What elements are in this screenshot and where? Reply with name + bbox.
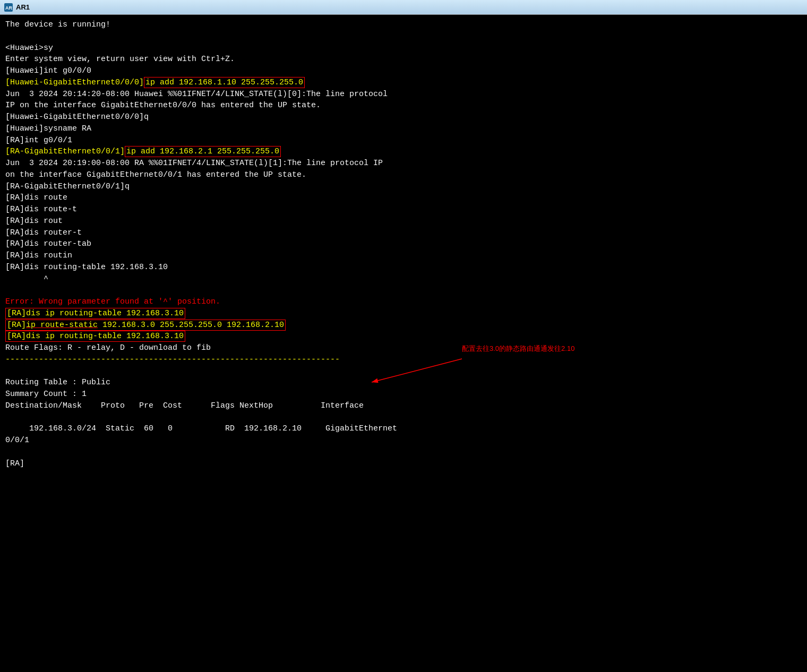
terminal-line: 192.168.3.0/24 Static 60 0 RD 192.168.2.… bbox=[5, 423, 802, 435]
terminal-line: Destination/Mask Proto Pre Cost Flags Ne… bbox=[5, 400, 802, 412]
terminal-line: [Huawei]int g0/0/0 bbox=[5, 65, 802, 77]
svg-text:AR: AR bbox=[5, 5, 12, 11]
terminal-line: [RA]int g0/0/1 bbox=[5, 135, 802, 147]
terminal-line: [RA]dis ip routing-table 192.168.3.10 bbox=[5, 331, 802, 342]
terminal-line: <Huawei>sy bbox=[5, 42, 802, 54]
terminal-line: [RA]dis router-t bbox=[5, 227, 802, 239]
terminal-line: [Huawei]sysname RA bbox=[5, 123, 802, 135]
terminal-line: [RA]dis router-tab bbox=[5, 238, 802, 250]
terminal-line-error: Error: Wrong parameter found at '^' posi… bbox=[5, 296, 802, 308]
terminal-line: IP on the interface GigabitEthernet0/0/0… bbox=[5, 100, 802, 111]
terminal-line bbox=[5, 285, 802, 296]
terminal-line: Summary Count : 1 bbox=[5, 389, 802, 400]
terminal-line: [RA]dis route bbox=[5, 192, 802, 204]
terminal-line: [RA]dis routing-table 192.168.3.10 bbox=[5, 262, 802, 273]
terminal-line bbox=[5, 412, 802, 424]
terminal-line: Route Flags: R - relay, D - download to … bbox=[5, 342, 802, 354]
terminal[interactable]: The device is running! <Huawei>sy Enter … bbox=[0, 15, 807, 672]
terminal-line bbox=[5, 446, 802, 458]
terminal-line: [RA]dis rout bbox=[5, 216, 802, 227]
terminal-prompt[interactable]: [RA]​ bbox=[5, 458, 802, 470]
terminal-line: [RA]dis routin bbox=[5, 250, 802, 262]
terminal-line: The device is running! bbox=[5, 19, 802, 31]
terminal-line: [RA]dis ip routing-table 192.168.3.10 bbox=[5, 308, 802, 320]
terminal-line: Enter system view, return user view with… bbox=[5, 54, 802, 65]
annotation-text: 配置去往3.0的静态路由通通发往2.10 bbox=[462, 344, 574, 354]
app-icon: AR bbox=[4, 3, 13, 12]
terminal-line: Jun 3 2024 20:14:20-08:00 Huawei %%01IFN… bbox=[5, 89, 802, 100]
title-bar: AR AR1 bbox=[0, 0, 807, 15]
terminal-line: [RA-GigabitEthernet0/0/1]ip add 192.168.… bbox=[5, 146, 802, 158]
terminal-line bbox=[5, 366, 802, 377]
terminal-line: 0/0/1 bbox=[5, 435, 802, 446]
terminal-line: Jun 3 2024 20:19:00-08:00 RA %%01IFNET/4… bbox=[5, 158, 802, 169]
window-title: AR1 bbox=[16, 3, 30, 11]
terminal-line: ----------------------------------------… bbox=[5, 354, 802, 366]
terminal-line: Routing Table : Public bbox=[5, 377, 802, 389]
terminal-line bbox=[5, 31, 802, 42]
terminal-line: [Huawei-GigabitEthernet0/0/0]ip add 192.… bbox=[5, 77, 802, 89]
terminal-line: [RA]ip route-static 192.168.3.0 255.255.… bbox=[5, 320, 802, 331]
terminal-line: [RA-GigabitEthernet0/0/1]q bbox=[5, 181, 802, 193]
terminal-line: [RA]dis route-t bbox=[5, 204, 802, 216]
terminal-line: [Huawei-GigabitEthernet0/0/0]q bbox=[5, 111, 802, 123]
terminal-line: ^ bbox=[5, 273, 802, 285]
terminal-line: on the interface GigabitEthernet0/0/1 ha… bbox=[5, 169, 802, 181]
